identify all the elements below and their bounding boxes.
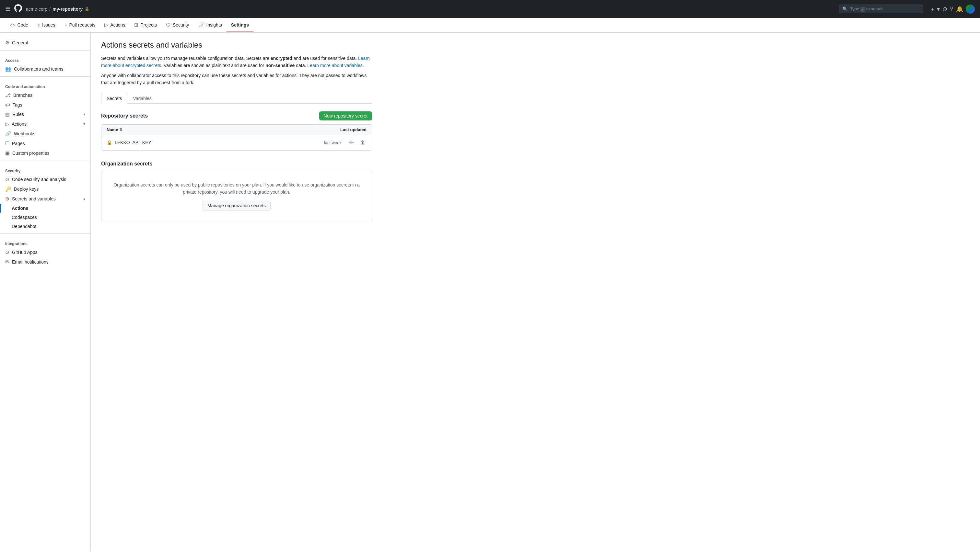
edit-secret-button[interactable]: ✏ — [348, 139, 355, 146]
sidebar-item-general[interactable]: ⚙ General — [0, 38, 90, 48]
create-new-button[interactable]: ＋ ▾ — [929, 5, 940, 13]
tabs: Secrets Variables — [101, 93, 372, 104]
org-secrets-text: Organization secrets can only be used by… — [109, 181, 364, 196]
sidebar-sub-item-actions[interactable]: Actions — [0, 204, 90, 213]
lock-icon: 🔒 — [85, 7, 89, 11]
tab-variables[interactable]: Variables — [127, 93, 157, 104]
sidebar-item-webhooks[interactable]: 🔗 Webhooks — [0, 129, 90, 139]
search-bar[interactable]: 🔍 Type / to search — [839, 5, 923, 13]
nav-settings[interactable]: Settings — [227, 18, 253, 32]
sidebar-item-branches[interactable]: ⎇ Branches — [0, 90, 90, 100]
sidebar-divider-4 — [0, 233, 90, 234]
nav-projects[interactable]: ⊞ Projects — [130, 18, 161, 32]
security-nav-icon: 🛡 — [166, 22, 171, 28]
gear-icon: ⚙ — [5, 40, 10, 46]
issues-icon[interactable]: ⊙ — [942, 5, 947, 13]
org-secrets-box: Organization secrets can only be used by… — [101, 171, 372, 221]
sidebar-sub-item-codespaces[interactable]: Codespaces — [0, 213, 90, 222]
topnav-actions: ＋ ▾ ⊙ ⑂ 🔔 — [929, 5, 975, 14]
table-header: Name ⇅ Last updated — [101, 125, 372, 135]
main-layout: ⚙ General Access 👥 Collaborators and tea… — [0, 33, 980, 552]
nav-issues[interactable]: ○ Issues — [33, 18, 60, 32]
github-logo — [14, 4, 22, 14]
people-icon: 👥 — [5, 66, 11, 72]
sidebar-item-secrets-variables[interactable]: ⊕ Secrets and variables ▴ — [0, 194, 90, 204]
repo-secrets-header: Repository secrets New repository secret — [101, 111, 372, 120]
nav-code[interactable]: <> Code — [5, 18, 33, 32]
code-security-icon: ⊙ — [5, 176, 10, 182]
name-column-header: Name ⇅ — [106, 127, 122, 132]
breadcrumb-sep: / — [49, 6, 51, 12]
secret-actions-cell: last week ✏ 🗑 — [324, 139, 367, 146]
secret-name-cell: 🔒 LEKKO_API_KEY — [106, 140, 151, 145]
sidebar-item-actions[interactable]: ▷ Actions ▾ — [0, 119, 90, 129]
email-icon: ✉ — [5, 259, 10, 265]
sidebar-section-security: Security — [0, 164, 90, 175]
sort-icon[interactable]: ⇅ — [119, 128, 122, 132]
pages-icon: ☐ — [5, 141, 10, 146]
tag-icon: 🏷 — [5, 102, 10, 107]
secrets-icon: ⊕ — [5, 196, 10, 202]
sidebar-divider-3 — [0, 160, 90, 161]
delete-secret-button[interactable]: 🗑 — [359, 139, 367, 146]
repo-nav: <> Code ○ Issues ⑂ Pull requests ▷ Actio… — [0, 18, 980, 33]
pull-requests-icon[interactable]: ⑂ — [950, 5, 953, 12]
org-secrets-title: Organization secrets — [101, 161, 372, 167]
breadcrumb: acme-corp / my-repository 🔒 — [26, 6, 89, 12]
search-placeholder: Type / to search — [850, 6, 919, 11]
issues-nav-icon: ○ — [37, 22, 40, 28]
new-repository-secret-button[interactable]: New repository secret — [319, 111, 372, 120]
pr-icon: ⑂ — [64, 22, 68, 28]
secrets-table: Name ⇅ Last updated 🔒 LEKKO_API_KEY last… — [101, 124, 372, 151]
sidebar: ⚙ General Access 👥 Collaborators and tea… — [0, 33, 91, 552]
repo-secrets-title: Repository secrets — [101, 113, 148, 119]
custom-props-icon: ▣ — [5, 150, 10, 156]
description-1: Secrets and variables allow you to manag… — [101, 55, 372, 69]
sidebar-item-collaborators[interactable]: 👥 Collaborators and teams — [0, 64, 90, 74]
nav-actions[interactable]: ▷ Actions — [100, 18, 130, 32]
sidebar-item-deploy-keys[interactable]: 🔑 Deploy keys — [0, 184, 90, 194]
manage-org-secrets-button[interactable]: Manage organization secrets — [203, 201, 270, 210]
code-icon: <> — [10, 22, 16, 28]
projects-icon: ⊞ — [134, 22, 138, 28]
sidebar-divider-1 — [0, 50, 90, 51]
secret-name: LEKKO_API_KEY — [115, 140, 151, 145]
chevron-down-icon: ▾ — [83, 112, 85, 117]
chevron-up-icon: ▴ — [83, 197, 85, 201]
sidebar-sub-item-dependabot[interactable]: Dependabot — [0, 222, 90, 231]
nav-security[interactable]: 🛡 Security — [161, 18, 194, 32]
rules-icon: ▤ — [5, 111, 10, 117]
sidebar-item-github-apps[interactable]: ⊙ GitHub Apps — [0, 247, 90, 257]
nav-insights[interactable]: 📈 Insights — [194, 18, 227, 32]
insights-icon: 📈 — [198, 22, 204, 28]
sidebar-item-code-security[interactable]: ⊙ Code security and analysis — [0, 175, 90, 184]
search-icon: 🔍 — [842, 6, 848, 11]
secret-updated: last week — [324, 140, 341, 145]
sidebar-section-integrations: Integrations — [0, 236, 90, 247]
nav-pull-requests[interactable]: ⑂ Pull requests — [60, 18, 100, 32]
notifications-icon[interactable]: 🔔 — [956, 5, 963, 13]
sidebar-item-pages[interactable]: ☐ Pages — [0, 139, 90, 148]
tab-secrets[interactable]: Secrets — [101, 93, 127, 104]
chevron-down-icon-2: ▾ — [83, 122, 85, 126]
secret-lock-icon: 🔒 — [106, 140, 112, 145]
sidebar-item-email-notifications[interactable]: ✉ Email notifications — [0, 257, 90, 267]
hamburger-menu[interactable]: ☰ — [5, 5, 10, 13]
updated-column-header: Last updated — [340, 127, 367, 132]
avatar[interactable] — [966, 5, 975, 14]
sidebar-item-rules[interactable]: ▤ Rules ▾ — [0, 109, 90, 119]
description-2: Anyone with collaborator access to this … — [101, 72, 372, 87]
sidebar-divider-2 — [0, 76, 90, 77]
repo-name[interactable]: my-repository — [53, 6, 83, 12]
variables-link[interactable]: Learn more about variables — [307, 63, 362, 68]
sidebar-item-custom-properties[interactable]: ▣ Custom properties — [0, 148, 90, 158]
table-row: 🔒 LEKKO_API_KEY last week ✏ 🗑 — [101, 135, 372, 150]
webhooks-icon: 🔗 — [5, 131, 11, 136]
actions-nav-icon: ▷ — [105, 22, 108, 28]
key-icon: 🔑 — [5, 186, 11, 192]
org-name[interactable]: acme-corp — [26, 6, 47, 12]
branch-icon: ⎇ — [5, 92, 11, 98]
sidebar-item-tags[interactable]: 🏷 Tags — [0, 100, 90, 109]
main-content: Actions secrets and variables Secrets an… — [91, 33, 382, 552]
sidebar-section-code-automation: Code and automation — [0, 79, 90, 90]
